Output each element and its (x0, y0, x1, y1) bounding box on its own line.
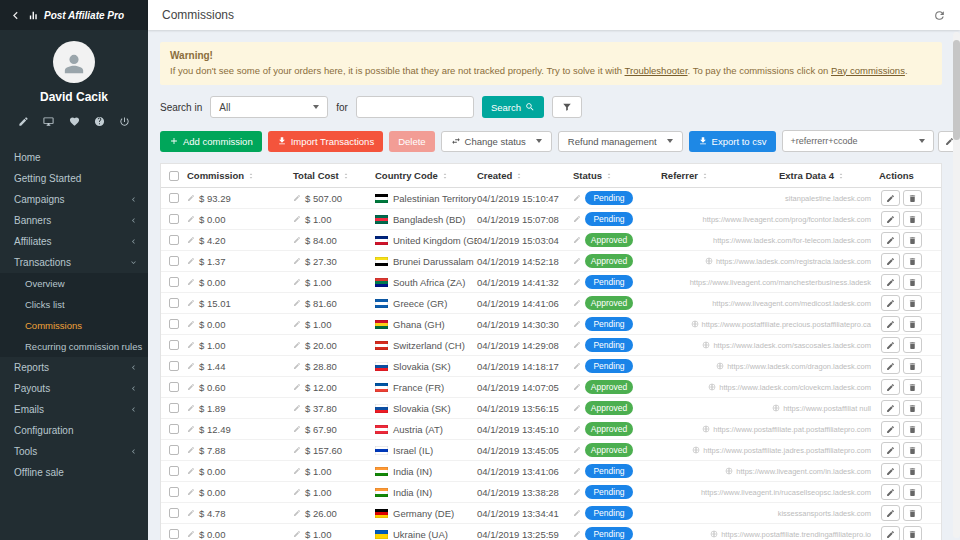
row-checkbox[interactable] (169, 424, 179, 434)
export-csv-button[interactable]: Export to csv (689, 131, 776, 152)
edit-status-icon[interactable] (573, 194, 581, 202)
row-checkbox[interactable] (169, 529, 179, 539)
sidebar-item-offline-sale[interactable]: Offline sale (0, 462, 148, 483)
search-button[interactable]: Search (482, 96, 544, 118)
delete-row-button[interactable] (903, 295, 922, 311)
edit-row-button[interactable] (881, 463, 900, 479)
edit-status-icon[interactable] (573, 320, 581, 328)
column-header-created[interactable]: Created (477, 170, 573, 181)
sidebar-item-reports[interactable]: Reports (0, 357, 148, 378)
logout-power-icon[interactable] (119, 116, 130, 127)
sidebar-item-affiliates[interactable]: Affiliates (0, 231, 148, 252)
delete-row-button[interactable] (903, 442, 922, 458)
column-header-country-code[interactable]: Country Code (375, 170, 477, 181)
edit-row-button[interactable] (881, 316, 900, 332)
edit-row-button[interactable] (881, 421, 900, 437)
sidebar-item-tools[interactable]: Tools (0, 441, 148, 462)
delete-row-button[interactable] (903, 400, 922, 416)
row-checkbox[interactable] (169, 382, 179, 392)
edit-profile-icon[interactable] (18, 116, 29, 127)
edit-commission-icon[interactable] (187, 383, 195, 391)
sidebar-item-transactions[interactable]: Transactions (0, 252, 148, 273)
row-checkbox[interactable] (169, 487, 179, 497)
edit-commission-icon[interactable] (187, 467, 195, 475)
delete-row-button[interactable] (903, 379, 922, 395)
edit-total-cost-icon[interactable] (293, 257, 301, 265)
edit-total-cost-icon[interactable] (293, 299, 301, 307)
filter-button[interactable] (552, 96, 582, 118)
edit-row-button[interactable] (881, 274, 900, 290)
edit-status-icon[interactable] (573, 215, 581, 223)
sidebar-item-emails[interactable]: Emails (0, 399, 148, 420)
delete-row-button[interactable] (903, 358, 922, 374)
row-checkbox[interactable] (169, 340, 179, 350)
edit-status-icon[interactable] (573, 425, 581, 433)
delete-button[interactable]: Delete (389, 131, 434, 152)
scrollbar-thumb[interactable] (953, 40, 960, 140)
row-checkbox[interactable] (169, 403, 179, 413)
edit-total-cost-icon[interactable] (293, 236, 301, 244)
edit-row-button[interactable] (881, 442, 900, 458)
row-checkbox[interactable] (169, 319, 179, 329)
edit-commission-icon[interactable] (187, 278, 195, 286)
edit-status-icon[interactable] (573, 446, 581, 454)
heart-icon[interactable] (69, 116, 80, 127)
edit-status-icon[interactable] (573, 341, 581, 349)
edit-status-icon[interactable] (573, 530, 581, 538)
edit-commission-icon[interactable] (187, 236, 195, 244)
refresh-icon[interactable] (933, 9, 946, 22)
edit-commission-icon[interactable] (187, 488, 195, 496)
delete-row-button[interactable] (903, 316, 922, 332)
column-header-extra-data-4[interactable]: Extra Data 4 (779, 170, 879, 181)
row-checkbox[interactable] (169, 193, 179, 203)
edit-total-cost-icon[interactable] (293, 404, 301, 412)
edit-total-cost-icon[interactable] (293, 383, 301, 391)
column-header-referrer[interactable]: Referrer (661, 170, 779, 181)
column-header-total-cost[interactable]: Total Cost (293, 170, 375, 181)
edit-status-icon[interactable] (573, 467, 581, 475)
edit-status-icon[interactable] (573, 488, 581, 496)
delete-row-button[interactable] (903, 211, 922, 227)
edit-commission-icon[interactable] (187, 215, 195, 223)
import-transactions-button[interactable]: Import Transactions (268, 131, 383, 152)
columns-select[interactable]: +referrerr+ccode (782, 130, 934, 152)
sidebar-subitem-overview[interactable]: Overview (0, 273, 148, 294)
edit-total-cost-icon[interactable] (293, 341, 301, 349)
edit-total-cost-icon[interactable] (293, 488, 301, 496)
row-checkbox[interactable] (169, 235, 179, 245)
sidebar-item-banners[interactable]: Banners (0, 210, 148, 231)
edit-status-icon[interactable] (573, 257, 581, 265)
search-field-select[interactable]: All (210, 96, 328, 118)
delete-row-button[interactable] (903, 232, 922, 248)
row-checkbox[interactable] (169, 256, 179, 266)
row-checkbox[interactable] (169, 508, 179, 518)
row-checkbox[interactable] (169, 214, 179, 224)
scrollbar[interactable] (953, 32, 960, 538)
edit-row-button[interactable] (881, 358, 900, 374)
edit-total-cost-icon[interactable] (293, 194, 301, 202)
edit-status-icon[interactable] (573, 299, 581, 307)
delete-row-button[interactable] (903, 337, 922, 353)
column-header-commission[interactable]: Commission (187, 170, 293, 181)
edit-row-button[interactable] (881, 295, 900, 311)
delete-row-button[interactable] (903, 484, 922, 500)
delete-row-button[interactable] (903, 526, 922, 540)
edit-row-button[interactable] (881, 190, 900, 206)
refund-management-dropdown[interactable]: Refund management (558, 131, 683, 152)
edit-row-button[interactable] (881, 484, 900, 500)
edit-total-cost-icon[interactable] (293, 425, 301, 433)
sidebar-item-payouts[interactable]: Payouts (0, 378, 148, 399)
row-checkbox[interactable] (169, 466, 179, 476)
column-header-status[interactable]: Status (573, 170, 661, 181)
sidebar-item-campaigns[interactable]: Campaigns (0, 189, 148, 210)
row-checkbox[interactable] (169, 298, 179, 308)
sidebar-item-home[interactable]: Home (0, 147, 148, 168)
sidebar-subitem-clicks-list[interactable]: Clicks list (0, 294, 148, 315)
delete-row-button[interactable] (903, 190, 922, 206)
delete-row-button[interactable] (903, 274, 922, 290)
delete-row-button[interactable] (903, 253, 922, 269)
edit-row-button[interactable] (881, 505, 900, 521)
edit-commission-icon[interactable] (187, 362, 195, 370)
edit-commission-icon[interactable] (187, 425, 195, 433)
edit-status-icon[interactable] (573, 404, 581, 412)
